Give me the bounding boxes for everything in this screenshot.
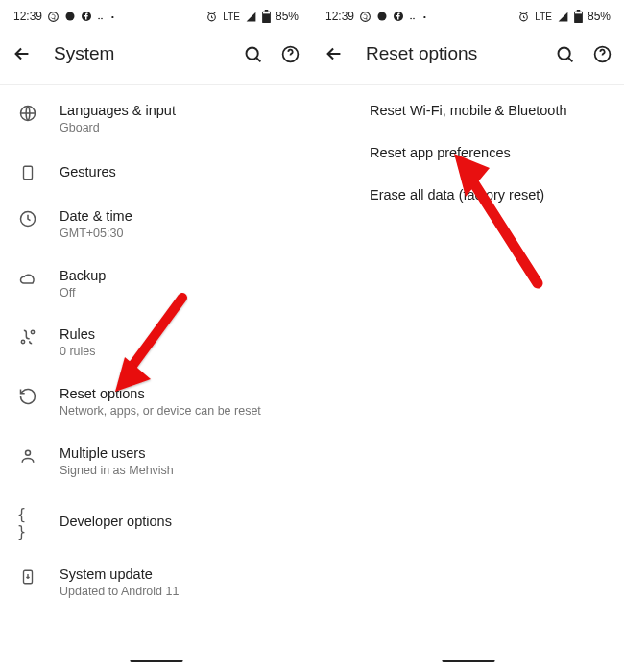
whatsapp-icon (47, 11, 60, 23)
status-time: 12:39 (325, 10, 354, 23)
svg-point-21 (410, 18, 412, 20)
row-label: Multiple users (60, 444, 295, 462)
svg-point-0 (49, 12, 59, 21)
row-label: Languages & input (60, 102, 295, 119)
reset-icon (18, 387, 37, 406)
nav-pill[interactable] (442, 660, 494, 663)
status-left: 12:39 • (13, 10, 114, 23)
row-multiple-users[interactable]: Multiple users Signed in as Mehvish (0, 432, 312, 492)
row-label: Backup (60, 267, 295, 284)
svg-point-3 (98, 18, 100, 20)
signal-icon (557, 11, 569, 23)
status-right: LTE 85% (517, 10, 611, 23)
row-sub: Off (60, 286, 295, 301)
page-title: Reset options (366, 43, 534, 64)
help-icon[interactable] (280, 44, 300, 64)
svg-rect-26 (575, 12, 582, 14)
network-lte: LTE (223, 12, 240, 22)
svg-point-15 (31, 331, 34, 334)
code-icon: { } (17, 506, 38, 540)
svg-point-22 (413, 18, 415, 20)
row-label: Developer options (60, 513, 295, 530)
row-sub: GMT+05:30 (60, 227, 295, 242)
facebook-icon (393, 11, 404, 22)
svg-point-14 (21, 341, 24, 344)
app-bar-actions (243, 44, 300, 64)
svg-point-9 (247, 47, 258, 59)
row-reset-wifi[interactable]: Reset Wi-Fi, mobile & Bluetooth (312, 89, 624, 132)
app-bar: Reset options (312, 27, 624, 81)
rules-icon (18, 327, 37, 347)
svg-rect-7 (265, 10, 269, 12)
svg-rect-8 (263, 12, 270, 14)
help-icon[interactable] (592, 44, 612, 64)
row-erase-all[interactable]: Erase all data (factory reset) (312, 174, 624, 216)
system-settings-screen: 12:39 • LTE (0, 0, 312, 672)
back-icon[interactable] (12, 43, 33, 64)
status-bar: 12:39 • LTE (0, 0, 312, 27)
messenger-icon (376, 11, 388, 22)
row-gestures[interactable]: Gestures (0, 149, 312, 195)
row-reset-options[interactable]: Reset options Network, apps, or device c… (0, 372, 312, 432)
row-backup[interactable]: Backup Off (0, 254, 312, 314)
more-icon (97, 12, 107, 21)
battery-percent: 85% (588, 10, 611, 23)
row-reset-app-prefs[interactable]: Reset app preferences (312, 132, 624, 174)
row-sub: Gboard (60, 121, 295, 136)
messenger-icon (64, 11, 76, 22)
settings-list: Languages & input Gboard Gestures Date &… (0, 85, 312, 615)
dot-icon: • (111, 12, 114, 21)
svg-point-1 (66, 12, 75, 21)
svg-point-18 (361, 12, 371, 21)
nav-pill[interactable] (130, 660, 182, 663)
clock-icon (18, 209, 37, 228)
globe-icon (18, 104, 37, 123)
svg-rect-25 (577, 10, 581, 12)
svg-point-16 (26, 450, 31, 455)
status-time: 12:39 (13, 10, 42, 23)
user-icon (18, 446, 37, 466)
row-sub: 0 rules (60, 345, 295, 360)
row-sub: Signed in as Mehvish (60, 464, 295, 479)
facebook-icon (81, 11, 92, 22)
row-label: Reset Wi-Fi, mobile & Bluetooth (370, 102, 607, 119)
svg-rect-12 (24, 166, 33, 180)
row-languages[interactable]: Languages & input Gboard (0, 89, 312, 149)
battery-icon (574, 10, 583, 23)
row-sub: Updated to Android 11 (60, 585, 295, 600)
row-developer-options[interactable]: { } Developer options (0, 492, 312, 553)
more-icon (409, 12, 419, 21)
row-label: Gestures (60, 163, 295, 180)
dot-icon: • (423, 12, 426, 21)
row-system-update[interactable]: System update Updated to Android 11 (0, 553, 312, 612)
row-label: Reset app preferences (370, 144, 607, 161)
reset-list: Reset Wi-Fi, mobile & Bluetooth Reset ap… (312, 85, 624, 220)
status-right: LTE 85% (205, 10, 299, 23)
row-date-time[interactable]: Date & time GMT+05:30 (0, 195, 312, 254)
battery-percent: 85% (276, 10, 299, 23)
status-bar: 12:39 • LTE (312, 0, 624, 27)
page-title: System (54, 43, 222, 64)
status-left: 12:39 • (325, 10, 426, 23)
cloud-icon (17, 269, 38, 288)
search-icon[interactable] (243, 44, 263, 64)
app-bar: System (0, 27, 312, 81)
row-label: Erase all data (factory reset) (370, 186, 607, 204)
app-bar-actions (555, 44, 612, 64)
row-rules[interactable]: Rules 0 rules (0, 313, 312, 372)
network-lte: LTE (535, 12, 552, 22)
search-icon[interactable] (555, 44, 575, 64)
reset-options-screen: 12:39 • LTE (312, 0, 624, 672)
svg-point-27 (559, 47, 570, 59)
battery-icon (262, 10, 271, 23)
alarm-icon (205, 11, 218, 23)
signal-icon (245, 11, 257, 23)
gesture-icon (19, 163, 36, 182)
whatsapp-icon (359, 11, 372, 23)
back-icon[interactable] (324, 43, 345, 64)
row-label: System update (60, 565, 295, 583)
row-label: Date & time (60, 207, 295, 225)
alarm-icon (517, 11, 530, 23)
svg-point-4 (101, 18, 103, 20)
svg-point-19 (378, 12, 387, 21)
